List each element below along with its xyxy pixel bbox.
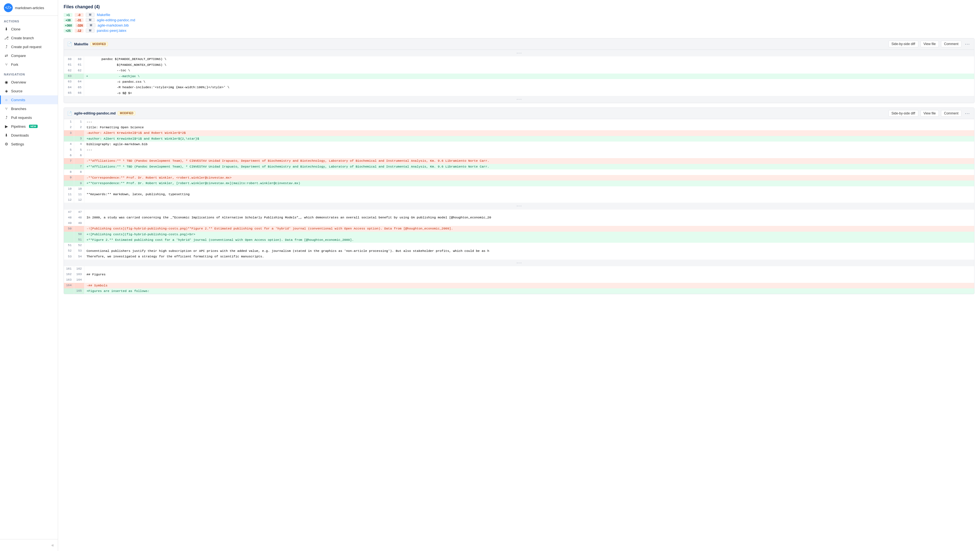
diff-header-right: Side-by-side diff View file Comment ⋯ — [888, 41, 971, 47]
file-list-item: +25 -12 M pandoc-peerj.latex — [64, 29, 974, 33]
file-link[interactable]: agile-editing-pandoc.md — [97, 18, 135, 22]
line-num-old: 1 — [64, 119, 74, 125]
line-num-old: 63 — [64, 73, 74, 79]
more-options-button[interactable]: ⋯ — [964, 41, 971, 47]
pull-requests-icon: ⤴ — [4, 115, 9, 120]
line-content: +**Correspondence:** Prof. Dr. Robert Wi… — [84, 181, 974, 186]
pipelines-icon: ▶ — [4, 124, 9, 129]
line-num-old: 48 — [64, 215, 74, 220]
line-num-old: 63 — [64, 79, 74, 84]
sidebar-nav-overview[interactable]: ◉Overview — [0, 78, 58, 87]
file-link[interactable]: Makefile — [97, 13, 110, 17]
line-num-old — [64, 232, 74, 237]
file-list-item: +1 -0 M Makefile — [64, 13, 974, 17]
add-badge: +25 — [64, 29, 72, 33]
line-content: --- — [84, 147, 974, 152]
diff-line-row: 8 8 — [64, 170, 974, 175]
sidebar-action-label: Fork — [11, 62, 18, 67]
sidebar-header: </> markdown-articles — [0, 0, 58, 16]
clone-icon: ⬇ — [4, 27, 9, 32]
sidebar-nav-branches[interactable]: ⑂Branches — [0, 104, 58, 113]
side-by-side-button[interactable]: Side-by-side diff — [888, 41, 918, 47]
line-content: -M header-includes:'<style>img {max-widt… — [84, 84, 974, 90]
line-num-old: 65 — [64, 91, 74, 96]
line-content: +![Publishing costs](fig-hybrid-publishi… — [84, 232, 974, 237]
view-file-button[interactable]: View file — [921, 110, 939, 117]
line-num-old: 164 — [64, 283, 74, 288]
sidebar-nav-pipelines[interactable]: ▶PipelinesNEW — [0, 122, 58, 131]
line-num-old: 5 — [64, 147, 74, 152]
diff-table: 1 1 --- 2 2 title: Formatting Open Scien… — [64, 119, 974, 294]
line-content: -o $@ $< — [84, 91, 974, 96]
more-options-button[interactable]: ⋯ — [964, 110, 971, 116]
line-content: +**Figure 2.** Estimated publishing cost… — [84, 237, 974, 243]
sidebar-nav-settings[interactable]: ⚙Settings — [0, 140, 58, 148]
diff-ellipsis-row: ··· — [64, 203, 974, 209]
line-content — [84, 153, 974, 159]
line-content — [84, 186, 974, 192]
create-branch-icon: ⎇ — [4, 35, 9, 40]
actions-section-label: ACTIONS — [0, 16, 58, 25]
sidebar-action-fork[interactable]: ⑂Fork — [0, 60, 58, 69]
file-link[interactable]: pandoc-peerj.latex — [97, 29, 126, 33]
line-num-old: 60 — [64, 56, 74, 62]
line-num-new: 165 — [74, 288, 84, 294]
diff-section-agile-editing-diff: 📄 agile-editing-pandoc.md MODIFIED Side-… — [64, 108, 974, 294]
sidebar-action-create-pull-request[interactable]: ⤴Create pull request — [0, 42, 58, 51]
diff-line-row: 5 5 --- — [64, 147, 974, 152]
diff-line-row: 7 +**Affiliations:** ¹ TBD (Pandoc Devel… — [64, 164, 974, 170]
line-num-old: 12 — [64, 197, 74, 203]
comment-button[interactable]: Comment — [941, 41, 961, 47]
diff-line-row: 62 62 --toc \ — [64, 68, 974, 73]
line-num-new: 2 — [74, 125, 84, 130]
diff-line-row: 9 +**Correspondence:** Prof. Dr. Robert … — [64, 181, 974, 186]
line-num-old: 2 — [64, 125, 74, 130]
line-num-new: 11 — [74, 192, 84, 197]
line-content: -c pandoc.css \ — [84, 79, 974, 84]
diff-header-right: Side-by-side diff View file Comment ⋯ — [888, 110, 971, 117]
line-num-old: 51 — [64, 243, 74, 248]
sidebar-action-clone[interactable]: ⬇Clone — [0, 25, 58, 33]
line-num-new: 51 — [74, 237, 84, 243]
file-link[interactable]: agile-markdown.bib — [98, 23, 129, 27]
ellipsis-cell: ··· — [64, 96, 974, 103]
add-badge: +38 — [64, 18, 72, 22]
line-content: --- — [84, 119, 974, 125]
line-num-new: 65 — [74, 84, 84, 90]
diff-line-row: 52 53 Conventional publishers justify th… — [64, 248, 974, 254]
diff-line-row: 53 54 Therefore, we investigated a strat… — [64, 254, 974, 259]
modified-badge: MODIFIED — [118, 111, 135, 115]
sidebar-nav-source[interactable]: ◈Source — [0, 87, 58, 95]
sidebar-nav-downloads[interactable]: ⬇Downloads — [0, 131, 58, 140]
line-num-new — [74, 130, 84, 136]
line-content: -![Publishing costs](fig-hybrid-publishi… — [84, 226, 974, 232]
diff-line-row: 11 11 **Keywords:** markdown, latex, pub… — [64, 192, 974, 197]
side-by-side-button[interactable]: Side-by-side diff — [888, 110, 918, 117]
diff-ellipsis-row: ··· — [64, 96, 974, 103]
sidebar-nav-pull-requests[interactable]: ⤴Pull requests — [0, 113, 58, 122]
diff-line-row: 12 12 — [64, 197, 974, 203]
sidebar-nav-commits[interactable]: ○Commits — [0, 95, 58, 104]
view-file-button[interactable]: View file — [921, 41, 939, 47]
sidebar-nav-label: Settings — [11, 142, 24, 146]
line-num-old: 8 — [64, 170, 74, 175]
line-num-old — [64, 288, 74, 294]
line-num-new: 5 — [74, 147, 84, 152]
line-num-old: 61 — [64, 62, 74, 68]
type-badge: M — [86, 18, 95, 22]
line-num-new: 4 — [74, 141, 84, 147]
sidebar-action-create-branch[interactable]: ⎇Create branch — [0, 33, 58, 42]
line-num-old: 6 — [64, 153, 74, 159]
line-content — [84, 266, 974, 272]
comment-button[interactable]: Comment — [941, 110, 961, 117]
sidebar-nav-label: Downloads — [11, 133, 29, 137]
file-icon: 📄 — [67, 42, 72, 46]
diff-line-row: 9 -**Correspondence:** Prof. Dr. Robert … — [64, 175, 974, 181]
file-list: +1 -0 M Makefile +38 -31 M agile-editing… — [64, 13, 974, 33]
sidebar-nav-label: Overview — [11, 80, 26, 84]
line-content — [84, 197, 974, 203]
sidebar-action-compare[interactable]: ⇄Compare — [0, 51, 58, 60]
sidebar: </> markdown-articles ACTIONS ⬇Clone⎇Cre… — [0, 0, 58, 551]
del-badge: -326 — [75, 24, 84, 27]
sidebar-collapse-button[interactable]: « — [50, 541, 55, 549]
